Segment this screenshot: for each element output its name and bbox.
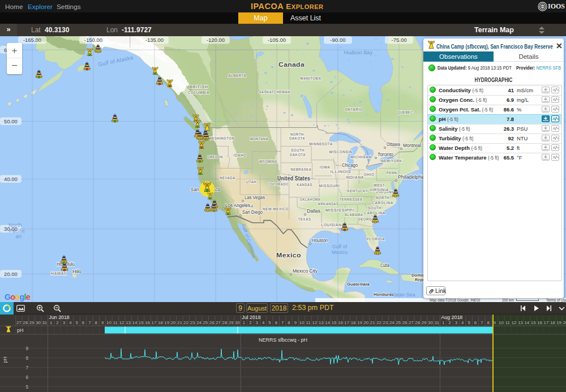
svg-text:-120.00: -120.00 — [207, 37, 225, 43]
svg-text:1: 1 — [243, 320, 245, 325]
svg-text:Hilo: Hilo — [72, 269, 82, 274]
svg-text:17: 17 — [544, 320, 549, 325]
svg-text:18: 18 — [351, 320, 356, 325]
svg-text:31: 31 — [42, 320, 47, 325]
svg-text:6: 6 — [25, 374, 28, 380]
svg-text:13: 13 — [126, 320, 131, 325]
svg-text:4: 4 — [461, 320, 464, 325]
svg-text:24: 24 — [196, 320, 201, 325]
svg-text:21: 21 — [177, 320, 182, 325]
svg-text:MICHIGAN: MICHIGAN — [351, 154, 372, 160]
svg-text:CAROLINA: CAROLINA — [372, 200, 393, 205]
svg-text:WASHINGTON: WASHINGTON — [208, 136, 234, 141]
svg-text:UTAH: UTAH — [246, 179, 256, 184]
svg-text:pH: pH — [17, 328, 24, 333]
svg-text:Jul 2018: Jul 2018 — [242, 315, 260, 320]
svg-text:21: 21 — [370, 320, 375, 325]
svg-text:14: 14 — [524, 320, 529, 325]
svg-text:TENNESSEE: TENNESSEE — [339, 197, 362, 202]
svg-text:20.00: 20.00 — [4, 271, 18, 277]
svg-text:16: 16 — [537, 320, 542, 325]
svg-text:2: 2 — [56, 320, 58, 325]
svg-text:Chicago: Chicago — [342, 162, 358, 168]
svg-text:27: 27 — [409, 320, 414, 325]
svg-text:MISSOURI: MISSOURI — [319, 183, 340, 188]
svg-text:NEBRASKA: NEBRASKA — [291, 167, 312, 172]
svg-text:13: 13 — [319, 320, 324, 325]
svg-text:18: 18 — [550, 320, 555, 325]
svg-text:ALBERTA: ALBERTA — [228, 73, 246, 78]
svg-text:25: 25 — [203, 320, 208, 325]
svg-text:ARKANSAS: ARKANSAS — [318, 201, 339, 206]
svg-text:9: 9 — [494, 320, 496, 325]
svg-text:NEVADA: NEVADA — [220, 175, 235, 180]
svg-text:Honduras: Honduras — [374, 292, 395, 297]
svg-text:Philadelphia: Philadelphia — [398, 174, 425, 180]
svg-text:12: 12 — [119, 320, 125, 325]
svg-text:7: 7 — [88, 320, 91, 325]
svg-text:Aug 2018: Aug 2018 — [441, 315, 463, 320]
svg-text:30: 30 — [235, 320, 240, 325]
svg-text:5: 5 — [75, 320, 78, 325]
svg-text:Guatemala: Guatemala — [347, 282, 370, 287]
svg-text:19: 19 — [556, 320, 561, 325]
svg-text:7: 7 — [25, 365, 28, 371]
svg-text:8: 8 — [288, 320, 290, 325]
svg-text:19: 19 — [357, 320, 362, 325]
svg-text:DAKOTA: DAKOTA — [289, 136, 305, 141]
svg-text:Pacific: Pacific — [9, 228, 25, 234]
svg-text:ILLINOIS: ILLINOIS — [331, 169, 351, 174]
svg-text:18: 18 — [158, 320, 163, 325]
svg-text:16: 16 — [338, 320, 343, 325]
svg-text:27: 27 — [216, 320, 221, 325]
svg-text:19: 19 — [164, 320, 169, 325]
svg-text:Ottawa: Ottawa — [387, 141, 400, 147]
svg-text:12: 12 — [512, 320, 517, 325]
svg-text:-75.00: -75.00 — [392, 37, 407, 43]
svg-text:PENN: PENN — [387, 170, 397, 175]
svg-text:KANSAS: KANSAS — [297, 182, 312, 187]
svg-text:1: 1 — [442, 320, 444, 325]
svg-text:Mexico City: Mexico City — [293, 268, 318, 274]
svg-text:NEW YORK: NEW YORK — [381, 158, 402, 163]
svg-text:9: 9 — [294, 320, 297, 325]
svg-text:25: 25 — [396, 320, 401, 325]
svg-text:MANITOBA: MANITOBA — [301, 76, 321, 81]
svg-text:11: 11 — [306, 320, 311, 325]
svg-text:40.00: 40.00 — [4, 176, 18, 182]
svg-text:28: 28 — [23, 320, 28, 325]
svg-text:-135.00: -135.00 — [145, 37, 164, 43]
svg-text:United States: United States — [277, 175, 310, 182]
svg-text:Gulf of Alaska: Gulf of Alaska — [97, 54, 134, 68]
svg-text:6: 6 — [275, 320, 277, 325]
svg-text:26: 26 — [209, 320, 215, 325]
svg-text:11: 11 — [113, 320, 118, 325]
svg-text:-165.00: -165.00 — [23, 37, 41, 43]
svg-text:TEXAS: TEXAS — [298, 217, 311, 222]
svg-text:30: 30 — [36, 320, 41, 325]
svg-text:BRITISH: BRITISH — [190, 84, 208, 89]
svg-text:29: 29 — [29, 320, 35, 325]
svg-text:8: 8 — [95, 320, 97, 325]
svg-text:Dallas: Dallas — [307, 208, 320, 214]
svg-text:NERRS sfbccwq - pH: NERRS sfbccwq - pH — [259, 337, 307, 343]
svg-text:4: 4 — [262, 320, 265, 325]
svg-text:-90.00: -90.00 — [331, 37, 346, 43]
svg-text:NORTH: NORTH — [376, 195, 389, 200]
svg-text:15: 15 — [332, 320, 337, 325]
svg-text:QUEBEC: QUEBEC — [397, 110, 413, 115]
svg-text:SOUTH: SOUTH — [368, 205, 381, 210]
svg-text:6: 6 — [82, 320, 84, 325]
svg-text:HAWAII: HAWAII — [51, 271, 67, 276]
svg-text:29: 29 — [229, 320, 234, 325]
svg-text:FLORIDA: FLORIDA — [367, 236, 385, 242]
svg-text:DAKOTA: DAKOTA — [290, 152, 306, 157]
svg-text:Canada: Canada — [278, 61, 305, 68]
svg-text:50.00: 50.00 — [4, 118, 18, 124]
svg-text:COLUMBIA: COLUMBIA — [188, 90, 209, 95]
svg-text:Jun 2018: Jun 2018 — [49, 315, 70, 320]
svg-text:OHIO: OHIO — [364, 172, 374, 177]
svg-text:2: 2 — [448, 320, 451, 325]
svg-text:3: 3 — [455, 320, 457, 325]
svg-text:LOUISIANA: LOUISIANA — [321, 222, 344, 227]
